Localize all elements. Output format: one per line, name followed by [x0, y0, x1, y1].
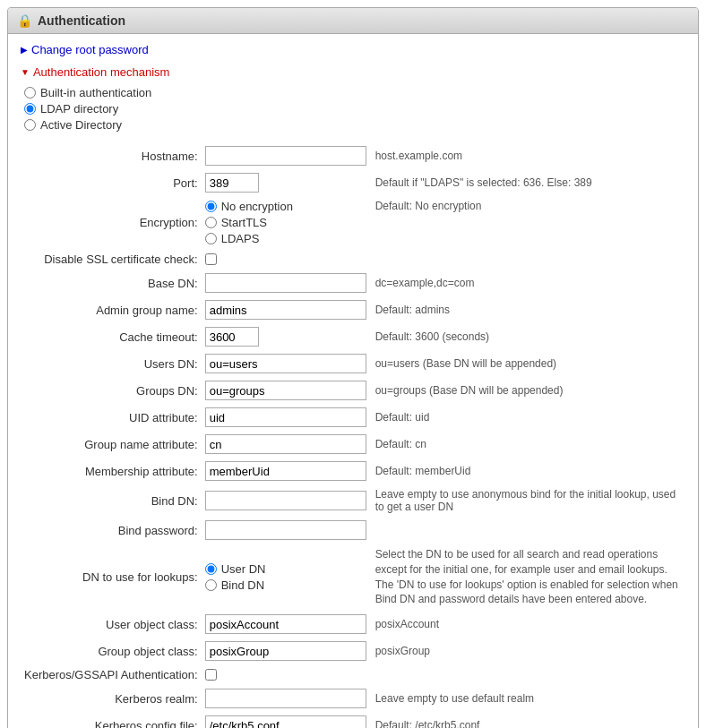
port-row: Port: Default if "LDAPS" is selected: 63…: [21, 169, 685, 196]
disable-ssl-checkbox-wrapper: [205, 253, 368, 265]
dn-lookup-group: User DN Bind DN: [205, 562, 368, 592]
toggle-arrow-icon: ▶: [21, 45, 28, 55]
kerberos-config-label: Kerberos config file:: [21, 712, 202, 728]
user-object-class-input[interactable]: [205, 614, 366, 634]
disable-ssl-label: Disable SSL certificate check:: [21, 249, 202, 270]
auth-ad-option[interactable]: Active Directory: [24, 118, 685, 132]
encryption-starttls-option[interactable]: StartTLS: [205, 216, 368, 229]
uid-attribute-label: UID attribute:: [21, 404, 202, 431]
group-name-attribute-input[interactable]: [205, 434, 366, 454]
membership-attribute-input[interactable]: [205, 461, 366, 481]
kerberos-auth-label: Kerberos/GSSAPI Authentication:: [21, 664, 202, 685]
base-dn-input-cell: [202, 270, 372, 296]
groups-dn-input-cell: [202, 377, 372, 404]
kerberos-auth-hint: [372, 664, 685, 685]
change-root-password-toggle[interactable]: ▶ Change root password: [21, 43, 685, 56]
kerberos-realm-input-cell: [202, 685, 372, 712]
membership-attribute-input-cell: [202, 458, 372, 484]
base-dn-row: Base DN: dc=example,dc=com: [21, 270, 685, 296]
group-object-class-input[interactable]: [205, 641, 366, 661]
encryption-label: Encryption:: [21, 196, 202, 249]
encryption-none-label: No encryption: [221, 200, 293, 213]
bind-password-hint: [372, 517, 685, 544]
auth-ldap-option[interactable]: LDAP directory: [24, 102, 685, 116]
group-object-class-row: Group object class: posixGroup: [21, 638, 685, 664]
kerberos-realm-input[interactable]: [205, 689, 366, 708]
auth-builtin-label: Built-in authentication: [40, 86, 151, 99]
auth-ad-radio[interactable]: [24, 119, 36, 131]
encryption-starttls-radio[interactable]: [205, 217, 217, 228]
users-dn-hint: ou=users (Base DN will be appended): [372, 350, 685, 377]
encryption-ldaps-radio[interactable]: [205, 233, 217, 244]
user-object-class-hint: posixAccount: [372, 611, 685, 638]
encryption-none-radio[interactable]: [205, 201, 217, 212]
lock-icon: 🔒: [17, 13, 32, 28]
base-dn-input[interactable]: [205, 273, 366, 293]
dn-lookup-user-option[interactable]: User DN: [205, 562, 368, 576]
bind-dn-label: Bind DN:: [21, 484, 202, 517]
encryption-group: No encryption StartTLS LDAPS: [205, 200, 368, 245]
auth-ad-label: Active Directory: [40, 118, 122, 132]
bind-dn-hint: Leave empty to use anonymous bind for th…: [372, 484, 685, 517]
auth-mechanism-section: ▼ Authentication mechanism Built-in auth…: [21, 65, 685, 132]
auth-ldap-radio[interactable]: [24, 103, 36, 115]
port-input-cell: [202, 169, 372, 196]
auth-ldap-label: LDAP directory: [40, 102, 118, 116]
encryption-none-option[interactable]: No encryption: [205, 200, 368, 213]
groups-dn-label: Groups DN:: [21, 377, 202, 404]
cache-timeout-input[interactable]: [205, 327, 259, 347]
kerberos-auth-checkbox[interactable]: [205, 669, 217, 681]
users-dn-row: Users DN: ou=users (Base DN will be appe…: [21, 350, 685, 377]
auth-builtin-radio[interactable]: [24, 87, 36, 98]
auth-builtin-option[interactable]: Built-in authentication: [24, 86, 685, 99]
hostname-input-cell: [202, 142, 372, 169]
dn-lookup-user-radio[interactable]: [205, 563, 217, 575]
hostname-label: Hostname:: [21, 142, 202, 169]
admin-group-hint: Default: admins: [372, 296, 685, 323]
settings-form: Hostname: host.example.com Port: Default…: [21, 142, 685, 728]
hostname-row: Hostname: host.example.com: [21, 142, 685, 169]
users-dn-input[interactable]: [205, 354, 366, 373]
encryption-ldaps-label: LDAPS: [221, 232, 260, 245]
encryption-input-cell: No encryption StartTLS LDAPS: [202, 196, 372, 249]
admin-group-row: Admin group name: Default: admins: [21, 296, 685, 323]
auth-mechanism-header: ▼ Authentication mechanism: [21, 65, 685, 79]
encryption-starttls-label: StartTLS: [221, 216, 267, 229]
disable-ssl-checkbox[interactable]: [205, 253, 217, 265]
kerberos-config-input[interactable]: [205, 715, 366, 728]
membership-attribute-row: Membership attribute: Default: memberUid: [21, 458, 685, 484]
users-dn-label: Users DN:: [21, 350, 202, 377]
groups-dn-row: Groups DN: ou=groups (Base DN will be ap…: [21, 377, 685, 404]
cache-timeout-row: Cache timeout: Default: 3600 (seconds): [21, 323, 685, 350]
bind-password-row: Bind password:: [21, 517, 685, 544]
dn-lookup-bind-option[interactable]: Bind DN: [205, 578, 368, 592]
port-input[interactable]: [205, 173, 259, 193]
groups-dn-input[interactable]: [205, 381, 366, 400]
encryption-ldaps-option[interactable]: LDAPS: [205, 232, 368, 245]
group-name-attribute-input-cell: [202, 431, 372, 458]
bind-password-input[interactable]: [205, 520, 366, 540]
kerberos-config-row: Kerberos config file: Default: /etc/krb5…: [21, 712, 685, 728]
dn-lookup-bind-radio[interactable]: [205, 579, 217, 591]
users-dn-input-cell: [202, 350, 372, 377]
kerberos-auth-checkbox-wrapper: [205, 669, 368, 681]
group-name-attribute-row: Group name attribute: Default: cn: [21, 431, 685, 458]
auth-mechanism-label: Authentication mechanism: [33, 65, 169, 79]
encryption-row: Encryption: No encryption StartTLS: [21, 196, 685, 249]
membership-attribute-label: Membership attribute:: [21, 458, 202, 484]
bind-dn-input[interactable]: [205, 491, 366, 510]
hostname-hint: host.example.com: [372, 142, 685, 169]
uid-attribute-row: UID attribute: Default: uid: [21, 404, 685, 431]
auth-mechanism-arrow-icon: ▼: [21, 67, 30, 77]
hostname-input[interactable]: [205, 146, 366, 166]
encryption-hint: Default: No encryption: [372, 196, 685, 249]
kerberos-config-hint: Default: /etc/krb5.conf: [372, 712, 685, 728]
dn-lookup-user-label: User DN: [221, 562, 266, 576]
uid-attribute-input-cell: [202, 404, 372, 431]
user-object-class-label: User object class:: [21, 611, 202, 638]
admin-group-input[interactable]: [205, 300, 366, 320]
uid-attribute-input[interactable]: [205, 407, 366, 427]
panel-title: Authentication: [38, 13, 125, 28]
kerberos-auth-row: Kerberos/GSSAPI Authentication:: [21, 664, 685, 685]
dn-lookup-bind-label: Bind DN: [221, 578, 264, 592]
